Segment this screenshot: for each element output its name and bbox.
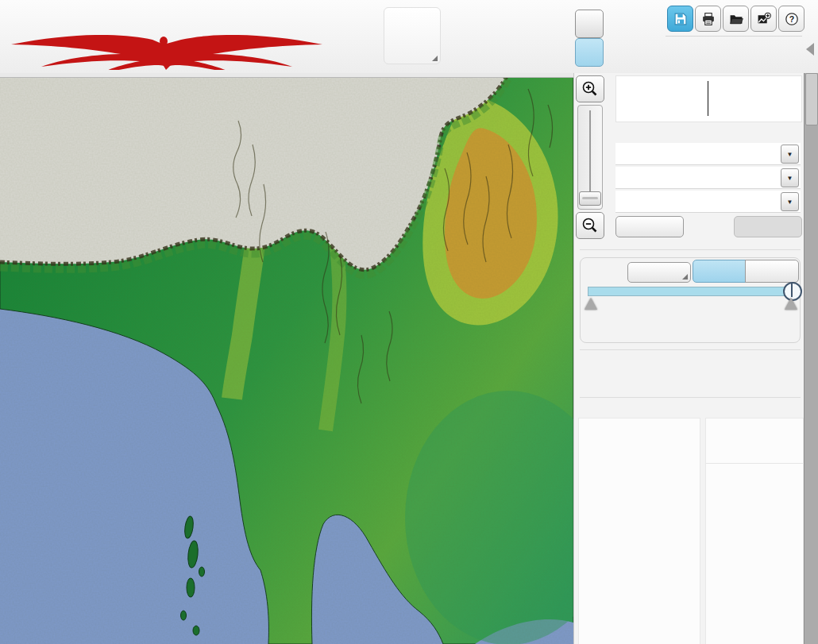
- replay-timeline-slider[interactable]: [588, 287, 797, 296]
- terrain-texture: [0, 73, 573, 644]
- panel-scrollbar[interactable]: [804, 73, 818, 644]
- chevron-down-icon[interactable]: ▼: [781, 192, 799, 211]
- zoom-slider-thumb[interactable]: [579, 191, 601, 206]
- svg-text:?: ?: [789, 13, 793, 23]
- control-panel: ▼ ▼ ▼: [605, 73, 804, 644]
- timeline-end-marker: [785, 298, 797, 310]
- chevron-down-icon[interactable]: ▼: [781, 168, 799, 187]
- print-button[interactable]: [695, 6, 721, 32]
- eagle-logo-icon: [5, 35, 322, 70]
- save-icon: [673, 12, 688, 26]
- zoom-slider[interactable]: [577, 105, 603, 210]
- add-image-button[interactable]: [750, 6, 777, 32]
- warning-button[interactable]: [384, 7, 441, 64]
- zoom-out-button[interactable]: [576, 212, 604, 239]
- help-icon: ?: [785, 12, 799, 26]
- previous-button[interactable]: [615, 216, 684, 237]
- timeline-start-marker: [585, 298, 597, 310]
- radar-map[interactable]: [0, 73, 573, 644]
- section-divider: [580, 397, 801, 398]
- terrain-map-canvas: [0, 73, 573, 644]
- chevron-down-icon[interactable]: ▼: [781, 145, 799, 164]
- open-folder-button[interactable]: [723, 6, 749, 32]
- status-display-cursor: [708, 81, 708, 116]
- zoom-in-icon: [581, 80, 599, 98]
- status-display-box: [615, 75, 802, 122]
- print-icon: [701, 12, 716, 26]
- header-bar: ?: [0, 0, 818, 73]
- map-horizontal-scrollbar[interactable]: [0, 73, 573, 78]
- open-folder-icon: [729, 12, 743, 26]
- replay-auto-button[interactable]: [693, 260, 747, 283]
- save-button[interactable]: [667, 6, 693, 32]
- toolbar-divider: [666, 36, 802, 37]
- zoom-in-button[interactable]: [576, 75, 604, 102]
- overlay-card: [705, 418, 804, 644]
- help-button[interactable]: ?: [778, 6, 804, 32]
- dropdown-parameter[interactable]: ▼: [615, 191, 801, 213]
- select-button[interactable]: [734, 216, 802, 237]
- zoom-out-icon: [581, 217, 599, 234]
- section-divider: [580, 249, 801, 250]
- map-style-row: [706, 442, 803, 464]
- timezone-utc-button[interactable]: [575, 10, 604, 38]
- dropdown-product[interactable]: ▼: [615, 167, 801, 189]
- dropdown-product-group[interactable]: ▼: [615, 143, 801, 165]
- jbirds-app: ?: [0, 0, 818, 644]
- replay-manual-button[interactable]: [745, 260, 799, 283]
- timezone-mmt-button[interactable]: [575, 38, 604, 67]
- add-image-icon: [757, 12, 771, 26]
- section-divider: [580, 349, 801, 350]
- panel-scrollbar-thumb[interactable]: [805, 73, 818, 125]
- legend-card: [578, 418, 700, 644]
- bookmark-button[interactable]: [627, 262, 691, 283]
- panel-collapse-arrow-icon[interactable]: [806, 43, 814, 56]
- zoom-slider-groove: [589, 110, 591, 199]
